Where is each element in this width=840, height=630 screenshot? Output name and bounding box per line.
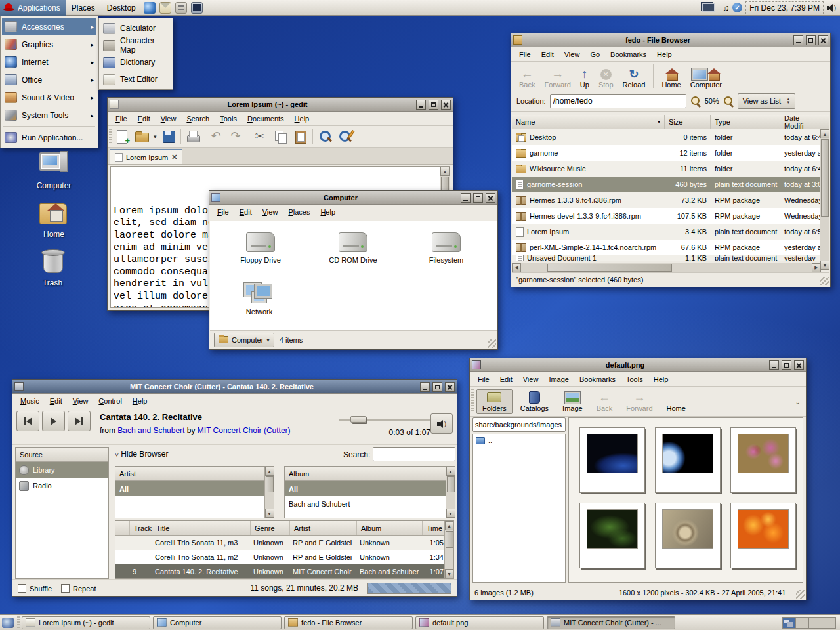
column-album[interactable]: Album [357,521,423,535]
applications-menu-button[interactable]: Applications [0,0,66,16]
menu-item[interactable]: View [518,373,544,385]
artist-scrollbar[interactable]: ▲ ▼ [264,467,274,518]
menu-item[interactable]: Edit [45,395,68,407]
screens-applet-icon[interactable] [702,3,715,12]
column-genre[interactable]: Genre [251,521,290,535]
terminal-launcher-icon[interactable] [191,2,203,14]
toolbar-button[interactable]: Forward [620,389,658,414]
path-input[interactable] [472,417,566,432]
open-icon[interactable] [134,129,150,144]
app-menu-item[interactable]: Accessories ▸ [2,18,96,35]
toolbar-button[interactable]: Up [576,67,593,89]
column-header-type[interactable]: Type [711,115,780,129]
artist-item[interactable]: - [116,496,274,511]
play-button[interactable] [42,411,65,431]
scroll-down-icon[interactable]: ▼ [445,569,454,578]
menu-item[interactable]: View [559,49,585,60]
search-input[interactable] [373,447,455,461]
tab-close-icon[interactable]: ✕ [171,153,177,161]
menu-item[interactable]: File [472,373,495,385]
submenu-item[interactable]: Text Editor [100,71,171,88]
menu-item[interactable]: Help [648,373,674,385]
file-row[interactable]: Wikisource Music 11 items folder today a… [512,161,821,177]
file-row[interactable]: Lorem Ipsum 3.4 KB plain text document t… [512,224,821,240]
menu-item[interactable]: File [110,113,133,125]
menu-item[interactable]: Tools [215,113,242,125]
computer-titlebar[interactable]: Computer [209,191,497,205]
location-dropdown-button[interactable]: Computer ▾ [214,333,274,347]
scrollbar-thumb[interactable] [266,476,274,492]
file-row[interactable]: garnome 12 items folder yesterday a [512,145,821,161]
album-link[interactable]: Bach and Schubert [117,426,184,435]
scroll-down-icon[interactable]: ▼ [820,261,830,270]
minimize-button[interactable] [461,193,471,203]
taskbar-window-button[interactable]: default.png [415,616,544,629]
app-menu-item[interactable]: System Tools ▸ [2,106,96,124]
column-title[interactable]: Title [152,521,251,535]
taskbar-window-button[interactable]: Lorem Ipsum (~) - gedit [22,616,150,629]
desktop-icon-computer[interactable]: Computer [28,150,80,190]
new-document-icon[interactable] [114,129,130,144]
place-filesystem[interactable]: Filesystem [417,232,476,264]
scrollbar-thumb[interactable] [821,139,829,217]
menu-item[interactable]: Bookmarks [605,49,652,60]
open-dropdown-icon[interactable]: ▾ [154,133,157,140]
close-button[interactable] [818,35,828,45]
maximize-button[interactable] [473,193,483,203]
scrollbar-thumb[interactable] [447,476,455,492]
column-artist[interactable]: Artist [290,521,357,535]
column-header-size[interactable]: Size [665,115,711,129]
scroll-up-icon[interactable]: ▲ [446,467,455,476]
menu-item[interactable]: Edit [234,206,257,218]
toolbar-button[interactable]: Computer [686,67,726,89]
toolbar-handle[interactable] [109,129,112,144]
toolbar-overflow-icon[interactable]: ⌄ [795,398,801,406]
document-tab[interactable]: Lorem Ipsum ✕ [110,149,182,164]
close-button[interactable] [794,360,804,370]
artist-header[interactable]: Artist [116,467,274,481]
place-floppy-drive[interactable]: Floppy Drive [231,232,290,264]
workspace-3[interactable] [809,618,822,628]
copy-icon[interactable] [273,129,289,144]
minimize-button[interactable] [769,360,779,370]
album-header[interactable]: Album [285,467,455,481]
column-header-name[interactable]: Name ▾ [512,115,665,129]
file-row[interactable]: perl-XML-Simple-2.14-1.fc4.noarch.rpm 67… [512,240,821,255]
toolbar-handle[interactable] [471,389,474,413]
zoom-in-icon[interactable] [723,96,734,106]
app-menu-item[interactable]: Internet ▸ [2,53,96,71]
next-button[interactable] [68,411,91,431]
column-track[interactable]: Track [130,521,152,535]
maximize-button[interactable] [806,35,816,45]
resize-grip[interactable] [820,277,829,285]
location-input[interactable] [550,94,686,108]
menu-item[interactable]: Help [652,49,677,60]
menu-item[interactable]: File [514,49,536,60]
scroll-down-icon[interactable]: ▼ [265,509,274,518]
seek-slider-thumb[interactable] [350,416,366,423]
clock-applet[interactable]: Fri Dec 23, 7:39 PM [746,1,824,14]
scroll-right-icon[interactable]: ▶ [812,263,821,272]
parent-directory-item[interactable]: .. [473,434,565,446]
app-menu-item[interactable]: Graphics ▸ [2,35,96,53]
hide-browser-toggle[interactable]: ▿ Hide Browser [115,450,168,459]
desktop-icon-trash[interactable]: Trash [26,247,79,287]
paste-icon[interactable] [293,129,308,144]
toolbar-button[interactable]: Reload [619,67,650,89]
image-thumbnail[interactable] [730,503,796,568]
scroll-down-icon[interactable]: ▼ [446,509,455,518]
album-item[interactable]: All [285,481,455,496]
scroll-up-icon[interactable]: ▲ [820,129,830,138]
menu-item[interactable]: View [156,113,182,125]
place-cdrom-drive[interactable]: CD ROM Drive [324,232,383,264]
image-thumbnail[interactable] [579,503,645,568]
menu-item[interactable]: Image [543,373,574,385]
desktop-menu[interactable]: Desktop [101,3,142,12]
resize-grip[interactable] [488,339,496,348]
album-scrollbar[interactable]: ▲ ▼ [446,467,455,518]
menu-item[interactable]: Documents [242,113,289,125]
gedit-titlebar[interactable]: Lorem Ipsum (~) - gedit [108,98,453,112]
place-network[interactable]: Network [230,283,289,316]
image-thumbnail[interactable] [579,427,645,493]
workspace-4[interactable] [822,618,835,628]
